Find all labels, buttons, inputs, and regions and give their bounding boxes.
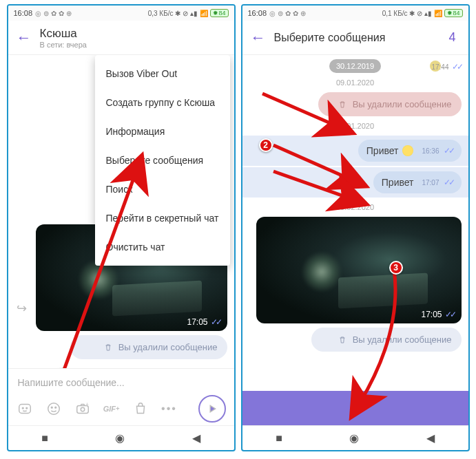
menu-select-messages[interactable]: Выберите сообщения (95, 146, 230, 175)
emoji-icon[interactable] (45, 401, 62, 417)
svg-marker-10 (210, 405, 215, 412)
context-menu: Вызов Viber Out Создать группу с Ксюша И… (95, 55, 230, 266)
menu-secret-chat[interactable]: Перейти в секретный чат (95, 204, 230, 233)
date-label: 03.02.2020 (242, 203, 468, 211)
deleted-message-selected[interactable]: Вы удалили сообщение (318, 92, 462, 116)
menu-create-group[interactable]: Создать группу с Ксюша (95, 88, 230, 117)
status-icons-left: ◎⊚✿✿⊕ (35, 10, 72, 17)
chat-header: ← Ксюша В сети: вчера (8, 21, 234, 55)
image-time: 17:05✓✓ (421, 310, 454, 319)
svg-rect-1 (19, 405, 30, 414)
back-arrow-icon[interactable]: ← (251, 29, 266, 47)
nav-home-icon[interactable]: ◉ (349, 431, 359, 445)
badge-2: 2 (259, 138, 273, 152)
message-out-selected[interactable]: Привет 16:36 ✓✓ (358, 140, 462, 162)
badge-3: 3 (389, 261, 403, 275)
top-msg-time: 17:44✓✓ (431, 62, 461, 72)
image-message[interactable]: 17:05✓✓ (256, 217, 462, 323)
sticker-icon[interactable] (17, 401, 33, 417)
contact-name[interactable]: Ксюша (40, 27, 226, 41)
message-out-selected[interactable]: Привет 17:07 ✓✓ (373, 171, 462, 193)
menu-clear-chat[interactable]: Очистить чат (95, 233, 230, 261)
statusbar: 16:08 ◎⊚✿✿⊕ 0,1 КБ/с ✱⊘▴▮📶 ✹84 (242, 6, 468, 21)
svg-point-4 (48, 403, 59, 415)
svg-point-6 (54, 407, 56, 408)
image-time: 17:05✓✓ (187, 317, 220, 327)
android-navbar: ■ ◉ ◀ (8, 425, 234, 450)
trash-icon (103, 343, 113, 352)
date-label: 09.01.2020 (242, 78, 468, 87)
trash-icon (338, 335, 347, 345)
svg-text:+: + (85, 401, 88, 407)
menu-search[interactable]: Поиск (95, 175, 230, 204)
more-icon[interactable]: ••• (161, 401, 178, 417)
chat-body: 17:44✓✓ 30.12.2019 09.01.2020 Вы удалили… (242, 55, 468, 391)
svg-point-8 (81, 407, 85, 412)
input-bar: Напишите сообщение... + GIF+ ••• (8, 368, 234, 425)
deleted-message: Вы удалили сообщение (70, 335, 227, 359)
status-time: 16:08 (14, 9, 33, 17)
gif-icon[interactable]: GIF+ (103, 401, 120, 417)
msg-time: 17:07 (422, 179, 439, 186)
nav-recent-icon[interactable]: ■ (276, 432, 282, 445)
phone-left: 16:08 ◎⊚✿✿⊕ 0,3 КБ/с ✱⊘▴▮📶 ✹84 ← Ксюша В… (7, 4, 236, 451)
battery: ✹84 (444, 9, 462, 17)
selection-title: Выберите сообщения (274, 32, 441, 44)
status-right: 0,1 КБ/с ✱⊘▴▮📶 ✹84 (382, 9, 463, 17)
svg-point-5 (51, 407, 52, 408)
status-time: 16:08 (248, 9, 267, 17)
send-voice-button[interactable] (198, 395, 226, 423)
chat-body: Вызов Viber Out Создать группу с Ксюша И… (8, 55, 234, 368)
statusbar: 16:08 ◎⊚✿✿⊕ 0,3 КБ/с ✱⊘▴▮📶 ✹84 (8, 6, 234, 21)
net-speed: 0,1 КБ/с (382, 10, 408, 17)
trash-icon (348, 401, 363, 416)
android-navbar: ■ ◉ ◀ (242, 425, 468, 450)
date-label: 31.01.2020 (242, 122, 468, 130)
shop-icon[interactable] (132, 401, 149, 417)
nav-back-icon[interactable]: ◀ (426, 431, 435, 445)
nav-home-icon[interactable]: ◉ (115, 431, 125, 445)
selection-count: 4 (448, 30, 459, 45)
phone-right: 16:08 ◎⊚✿✿⊕ 0,1 КБ/с ✱⊘▴▮📶 ✹84 ← Выберит… (241, 4, 470, 451)
svg-point-2 (22, 407, 23, 409)
message-input[interactable]: Напишите сообщение... (17, 374, 226, 395)
forward-icon[interactable]: ↪ (17, 301, 27, 316)
menu-info[interactable]: Информация (95, 117, 230, 146)
back-arrow-icon[interactable]: ← (17, 29, 32, 47)
trash-icon (338, 100, 347, 109)
nav-back-icon[interactable]: ◀ (192, 431, 200, 445)
status-right: 0,3 КБ/с ✱⊘▴▮📶 ✹84 (148, 9, 229, 17)
svg-point-3 (25, 407, 27, 409)
status-icons-left: ◎⊚✿✿⊕ (269, 10, 306, 17)
selection-header: ← Выберите сообщения 4 (242, 21, 468, 55)
date-chip: 30.12.2019 (329, 59, 381, 73)
contact-status: В сети: вчера (40, 41, 226, 49)
camera-icon[interactable]: + (74, 401, 91, 417)
nav-recent-icon[interactable]: ■ (41, 432, 48, 445)
delete-bar[interactable] (242, 391, 468, 425)
menu-viber-out[interactable]: Вызов Viber Out (95, 59, 230, 88)
net-speed: 0,3 КБ/с (148, 10, 174, 17)
battery: ✹84 (210, 9, 228, 17)
deleted-message: Вы удалили сообщение (311, 328, 462, 352)
msg-time: 16:36 (422, 147, 439, 155)
smile-emoji-icon (402, 145, 413, 156)
